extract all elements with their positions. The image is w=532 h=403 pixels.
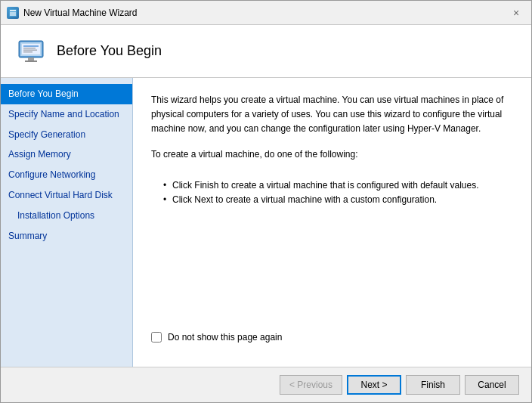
instruction-paragraph: To create a virtual machine, do one of t…: [151, 147, 513, 162]
bullet-list: Click Finish to create a virtual machine…: [163, 178, 513, 207]
svg-rect-1: [10, 12, 16, 16]
sidebar-item-generation[interactable]: Specify Generation: [1, 125, 132, 145]
svg-rect-2: [10, 10, 16, 11]
close-button[interactable]: ×: [507, 4, 525, 22]
do-not-show-checkbox[interactable]: [151, 332, 162, 343]
checkbox-row: Do not show this page again: [151, 332, 513, 343]
sidebar-item-installation[interactable]: Installation Options: [1, 206, 132, 226]
wizard-body: Before You Begin Specify Name and Locati…: [1, 78, 531, 367]
intro-paragraph: This wizard helps you create a virtual m…: [151, 93, 513, 137]
bullet-item-next: Click Next to create a virtual machine w…: [163, 193, 513, 207]
sidebar-item-hard-disk[interactable]: Connect Virtual Hard Disk: [1, 185, 132, 206]
previous-button[interactable]: < Previous: [280, 375, 342, 395]
svg-rect-5: [28, 57, 34, 60]
window-title: New Virtual Machine Wizard: [23, 8, 507, 18]
sidebar-item-summary[interactable]: Summary: [1, 226, 132, 246]
main-content: This wizard helps you create a virtual m…: [133, 78, 531, 367]
footer: < Previous Next > Finish Cancel: [1, 367, 531, 402]
header-icon: [16, 36, 46, 67]
svg-rect-10: [23, 49, 37, 51]
svg-rect-11: [23, 51, 32, 53]
cancel-button[interactable]: Cancel: [465, 375, 519, 395]
next-button[interactable]: Next >: [347, 375, 401, 395]
sidebar: Before You Begin Specify Name and Locati…: [1, 78, 133, 367]
page-title: Before You Begin: [57, 43, 162, 59]
title-bar: New Virtual Machine Wizard ×: [1, 1, 531, 25]
wizard-header: Before You Begin: [1, 25, 531, 78]
content-spacer: [151, 207, 513, 332]
sidebar-item-memory[interactable]: Assign Memory: [1, 144, 132, 165]
svg-rect-8: [23, 45, 39, 47]
bullet-item-finish: Click Finish to create a virtual machine…: [163, 178, 513, 193]
svg-rect-9: [23, 48, 36, 49]
svg-rect-6: [25, 60, 37, 62]
wizard-window: New Virtual Machine Wizard × Before You …: [0, 0, 532, 403]
checkbox-label[interactable]: Do not show this page again: [168, 332, 282, 343]
sidebar-item-before-you-begin[interactable]: Before You Begin: [1, 84, 132, 104]
sidebar-item-name-location[interactable]: Specify Name and Location: [1, 104, 132, 125]
finish-button[interactable]: Finish: [406, 375, 460, 395]
sidebar-item-networking[interactable]: Configure Networking: [1, 165, 132, 185]
window-icon: [7, 7, 19, 19]
